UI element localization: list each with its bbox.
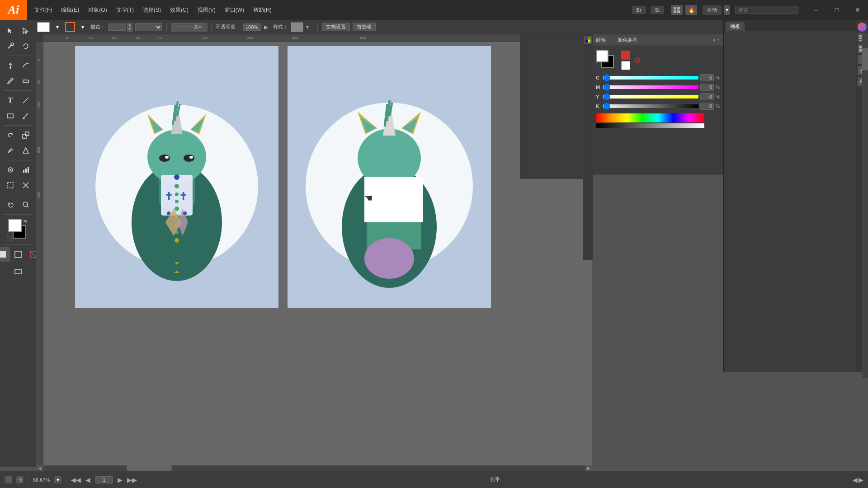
- ruler-marks: 0 50 100 150 200 300 400 500 600: [43, 34, 592, 42]
- k-value[interactable]: 0: [700, 103, 714, 110]
- stroke-down[interactable]: ▼: [127, 27, 132, 32]
- hscroll-right[interactable]: ▶: [585, 465, 592, 471]
- search-input[interactable]: [735, 6, 798, 14]
- stroke-swatch[interactable]: [65, 22, 75, 32]
- magic-wand-tool[interactable]: [3, 39, 18, 53]
- menu-help[interactable]: 帮助(H): [250, 5, 275, 16]
- canvas-scroll-right[interactable]: ▶: [859, 476, 863, 483]
- ruler-top: 0 50 100 150 200 300 400 500 600: [36, 34, 592, 42]
- path-eraser-tool[interactable]: [19, 74, 33, 88]
- free-transform-tool[interactable]: [19, 143, 33, 158]
- fill-dropdown[interactable]: ▾: [52, 22, 62, 32]
- y-slider[interactable]: [603, 95, 698, 99]
- reset-colors[interactable]: ⬛: [6, 236, 13, 242]
- brush-tool[interactable]: [19, 108, 33, 123]
- pen-tool[interactable]: [3, 58, 18, 73]
- layout-button[interactable]: [671, 5, 683, 15]
- canvas-area[interactable]: 0 50 100 150 200 300 400 500 600 0 50 10…: [36, 34, 592, 477]
- doc-settings-button[interactable]: 文档设置: [322, 23, 350, 31]
- menu-edit[interactable]: 编辑(E): [57, 5, 83, 16]
- hscroll-thumb[interactable]: [127, 465, 172, 471]
- red-swatch[interactable]: [621, 51, 630, 60]
- page-number-input[interactable]: [95, 476, 113, 483]
- hand-tool[interactable]: [3, 197, 18, 212]
- svg-rect-11: [23, 135, 26, 138]
- symbol-sprayer-tool[interactable]: [3, 163, 18, 177]
- vertical-scrollbar[interactable]: [862, 34, 868, 378]
- stroke-dropdown[interactable]: ▾: [78, 22, 88, 32]
- maximize-button[interactable]: □: [826, 0, 847, 20]
- menu-window[interactable]: 窗口(W): [221, 5, 248, 16]
- transparency-arrow[interactable]: ▶: [264, 22, 270, 32]
- color-spectrum[interactable]: [596, 113, 704, 122]
- menu-object[interactable]: 对象(O): [85, 5, 110, 16]
- hscroll-left[interactable]: ◀: [36, 465, 43, 471]
- panel-expand-icon[interactable]: »: [713, 38, 716, 42]
- foreground-color[interactable]: [8, 219, 22, 232]
- line-tool[interactable]: [19, 93, 33, 108]
- zoom-dropdown[interactable]: ▾: [54, 476, 61, 483]
- warp-tool[interactable]: [3, 143, 18, 158]
- page-last-btn[interactable]: ▶▶: [127, 476, 137, 483]
- swatches-icon[interactable]: [584, 36, 592, 44]
- direct-select-tool[interactable]: [19, 23, 33, 38]
- panel-menu-icon[interactable]: ≡: [717, 38, 720, 42]
- prefs-button[interactable]: 首选项: [353, 23, 376, 31]
- normal-mode[interactable]: [0, 247, 10, 262]
- m-slider[interactable]: [603, 85, 698, 89]
- status-icon[interactable]: [5, 476, 12, 483]
- y-value[interactable]: 0: [700, 93, 714, 100]
- style-swatch[interactable]: [291, 22, 303, 32]
- smooth-tool[interactable]: [19, 58, 33, 73]
- auto-dropdown[interactable]: ▾: [724, 5, 730, 15]
- text-tool[interactable]: T: [3, 93, 18, 108]
- menu-view[interactable]: 视图(V): [194, 5, 219, 16]
- scale-tool[interactable]: [19, 128, 33, 142]
- close-button[interactable]: ✕: [847, 0, 868, 20]
- stock-button[interactable]: St: [651, 6, 664, 14]
- menu-effect[interactable]: 效果(C): [166, 5, 192, 16]
- horizontal-scrollbar[interactable]: ◀ ▶: [36, 465, 592, 471]
- column-graph-tool[interactable]: [19, 163, 33, 177]
- rotate-tool[interactable]: [3, 128, 18, 142]
- color-theme-icon[interactable]: [858, 23, 867, 32]
- m-value[interactable]: 0: [700, 84, 714, 91]
- lasso-tool[interactable]: [19, 39, 33, 53]
- page-back-btn[interactable]: ◀: [85, 476, 90, 483]
- status-sep2: [66, 476, 66, 484]
- auto-button[interactable]: 自动: [703, 5, 722, 15]
- page-next-btn[interactable]: ▶: [118, 476, 123, 483]
- behind-mode[interactable]: [11, 247, 25, 262]
- menu-select[interactable]: 选择(S): [139, 5, 165, 16]
- stroke-up[interactable]: ▲: [127, 23, 132, 27]
- k-slider[interactable]: [603, 104, 698, 108]
- select-tool[interactable]: [3, 23, 18, 38]
- transparency-input[interactable]: [243, 23, 261, 31]
- vscroll-thumb[interactable]: [862, 48, 868, 70]
- zoom-tool[interactable]: [19, 197, 33, 212]
- pencil-tool[interactable]: [3, 74, 18, 88]
- stroke-style-select[interactable]: [135, 23, 162, 31]
- c-value[interactable]: 0: [700, 74, 714, 81]
- artboard-tab[interactable]: 画板: [726, 22, 745, 31]
- minimize-button[interactable]: ─: [806, 0, 826, 20]
- rect-tool[interactable]: [3, 108, 18, 123]
- canvas-scroll-left[interactable]: ◀: [853, 476, 858, 483]
- fill-swatch[interactable]: [37, 22, 50, 32]
- flame-button[interactable]: 🔥: [685, 5, 697, 15]
- artboard-tool[interactable]: [3, 178, 18, 192]
- screen-mode[interactable]: [11, 264, 25, 279]
- swap-colors[interactable]: ⇆: [24, 219, 30, 225]
- menu-file[interactable]: 文件(F): [31, 5, 56, 16]
- status-share-icon[interactable]: [16, 476, 24, 483]
- c-slider[interactable]: [603, 76, 698, 80]
- style-dropdown[interactable]: ▾: [306, 22, 313, 32]
- bridge-button[interactable]: Br: [632, 6, 646, 14]
- page-prev-btn[interactable]: ◀◀: [71, 476, 81, 483]
- menu-type[interactable]: 文字(T): [113, 5, 137, 16]
- white-swatch[interactable]: [621, 61, 630, 70]
- bw-gradient[interactable]: [596, 123, 704, 128]
- fill-color-swatch[interactable]: [596, 50, 609, 62]
- slice-tool[interactable]: [19, 178, 33, 192]
- stroke-width-input[interactable]: [108, 23, 126, 31]
